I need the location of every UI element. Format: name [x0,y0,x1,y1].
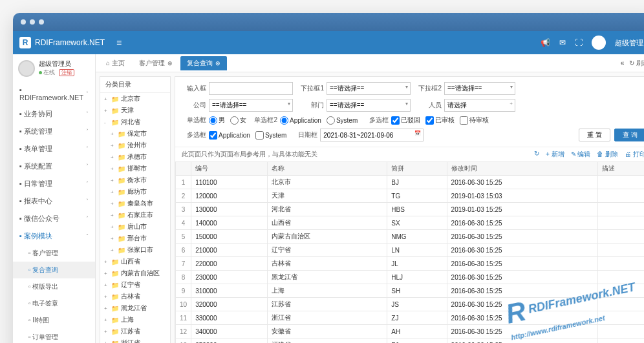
table-row[interactable]: 2120000天津TG2019-01-03 15:03 [176,189,645,203]
tree-node[interactable]: +📁张家口市 [100,244,170,256]
table-row[interactable]: 12340000安徽省AH2016-06-30 15:25 [176,325,645,338]
print-button[interactable]: 🖨 打印 [625,150,644,159]
tree-node[interactable]: +📁江苏省 [100,326,170,337]
radio-option[interactable]: Application [280,116,321,125]
radio-option[interactable]: 女 [230,116,246,125]
delete-button[interactable]: 🗑 删除 [597,150,618,159]
column-header[interactable]: 简拼 [387,162,447,176]
tree-node[interactable]: +📁北京市 [100,93,170,105]
sidebar-item[interactable]: ▪ 微信公众号˃ [13,210,95,227]
tree-node[interactable]: +📁上海 [100,314,170,326]
sidebar-user: 超级管理员 在线 注销 [13,54,95,82]
tree-node[interactable]: +📁唐山市 [100,221,170,233]
edit-button[interactable]: ✎ 编辑 [571,150,591,159]
table-row[interactable]: 6210000辽宁省LN2016-06-30 15:25 [176,244,645,257]
table-row[interactable]: 1110100北京市BJ2016-06-30 15:25 [176,176,645,189]
radio-option[interactable]: System [327,116,358,125]
sidebar-item[interactable]: ▪ 表单管理˃ [13,140,95,158]
announce-icon[interactable]: 📢 [541,38,550,47]
sidebar-subitem[interactable]: ▫ 模版导出 [13,278,95,295]
tree-node[interactable]: +📁承德市 [100,151,170,163]
tree-node[interactable]: +📁内蒙古自治区 [100,267,170,279]
table-row[interactable]: 10320000江苏省JS2016-06-30 15:25 [176,298,645,311]
table-row[interactable]: 9310000上海SH2016-06-30 15:25 [176,284,645,298]
text-input[interactable] [209,82,293,95]
tree-node[interactable]: +📁邢台市 [100,233,170,244]
checkbox-option[interactable]: 待审核 [460,116,489,125]
table-row[interactable]: 11330000浙江省ZJ2016-06-30 15:25 [176,311,645,325]
tree-node[interactable]: +📁沧州市 [100,140,170,151]
column-header[interactable]: 描述 [598,162,644,176]
sidebar-item[interactable]: ▪ 日常管理˃ [13,175,95,192]
avatar[interactable] [592,36,606,50]
tree-node[interactable]: +📁浙江省 [100,337,170,343]
sidebar-subitem[interactable]: ▫ 订单管理 [13,329,95,343]
checkbox-option[interactable]: 已审核 [425,116,455,125]
sidebar-subitem[interactable]: ▫ 复合查询 [13,262,95,278]
tree-node[interactable]: +📁邯郸市 [100,163,170,174]
menu-toggle-icon[interactable]: ≡ [116,37,122,48]
brand-logo: RRDIFramework.NET [19,37,105,48]
date-range-input[interactable] [320,129,424,141]
table-row[interactable]: 7220000吉林省JL2016-06-30 15:25 [176,257,645,271]
tab-nav-prev[interactable]: « [621,59,625,67]
sidebar-subitem[interactable]: ▫ 电子签章 [13,295,95,312]
tree-node[interactable]: +📁衡水市 [100,174,170,186]
sidebar-subitem[interactable]: ▫ II特图 [13,312,95,329]
dropdown1[interactable] [327,82,411,95]
table-row[interactable]: 4140000山西省SX2016-06-30 15:25 [176,216,645,230]
column-header[interactable]: 名称 [267,162,387,176]
search-button[interactable]: 查 询 [614,129,644,141]
sidebar-subitem[interactable]: ▫ 客户管理 [13,245,95,262]
dropdown2[interactable] [444,82,515,95]
fullscreen-icon[interactable]: ⛶ [575,38,583,47]
sidebar-item[interactable]: ▪ 报表中心˃ [13,192,95,210]
sidebar: 超级管理员 在线 注销 ▪ RDIFramework.NET˃▪ 业务协同˃▪ … [13,54,96,343]
refresh-icon[interactable]: ↻ [534,150,539,159]
table-row[interactable]: 8230000黑龙江省HLJ2016-06-30 15:25 [176,271,645,284]
tree-node[interactable]: +📁天津 [100,105,170,116]
dept-select[interactable] [327,99,411,112]
tree-node[interactable]: +📁吉林省 [100,291,170,302]
sidebar-item[interactable]: ▪ 业务协同˃ [13,105,95,123]
sidebar-item[interactable]: ▪ 系统配置˃ [13,158,95,175]
user-name: 超级管理员 [39,59,74,68]
table-row[interactable]: 13350000福建省FJ2016-06-30 15:25 [176,338,645,344]
tree-node[interactable]: +📁石家庄市 [100,209,170,221]
tree-node[interactable]: +📁山西省 [100,256,170,267]
checkbox-option[interactable]: Application [209,131,250,140]
tab[interactable]: 复合查询 ⊗ [180,56,227,70]
topbar-username[interactable]: 超级管理员 [615,38,644,48]
tree-node[interactable]: +📁保定市 [100,128,170,140]
dept-label: 部门 [299,101,324,110]
checkbox-option[interactable]: System [255,131,286,140]
tab-close-icon[interactable]: ⊗ [167,60,173,67]
tab[interactable]: ⌂ 主页 [100,56,131,70]
tab[interactable]: 客户管理 ⊗ [133,56,179,70]
tree-node[interactable]: +📁廊坊市 [100,186,170,198]
tree-node[interactable]: +📁辽宁省 [100,279,170,291]
company-select[interactable] [209,99,293,112]
refresh-button[interactable]: ↻ 刷新 [625,59,644,68]
reset-button[interactable]: 重 置 [579,129,610,141]
column-header[interactable]: 编号 [191,162,268,176]
tree-node[interactable]: +📁黑龙江省 [100,302,170,314]
tree-node[interactable]: -📁河北省 [100,116,170,128]
table-row[interactable]: 5150000内蒙古自治区NMG2016-06-30 15:25 [176,230,645,244]
tree-node[interactable]: +📁秦皇岛市 [100,198,170,209]
radio-option[interactable]: 男 [209,116,225,125]
dropdown2-label: 下拉框2 [417,84,442,93]
column-header[interactable]: 修改时间 [447,162,598,176]
logout-button[interactable]: 注销 [59,69,74,76]
message-icon[interactable]: ✉ [559,38,566,47]
tab-close-icon[interactable]: ⊗ [215,60,220,67]
person-label: 人员 [417,101,442,110]
sidebar-item[interactable]: ▪ 系统管理˃ [13,123,95,140]
sidebar-item[interactable]: ▪ 案例模块˅ [13,227,95,245]
sidebar-item[interactable]: ▪ RDIFramework.NET˃ [13,82,95,105]
checkbox-option[interactable]: 已驳回 [391,116,420,125]
table-row[interactable]: 3130000河北省HBS2019-01-03 15:25 [176,203,645,216]
add-button[interactable]: + 新增 [546,150,564,159]
main-panel: 输入框 下拉框1 ▾ 下拉框2 ▾ 公司 ▾ 部门 [175,76,644,343]
person-select[interactable] [444,99,515,112]
